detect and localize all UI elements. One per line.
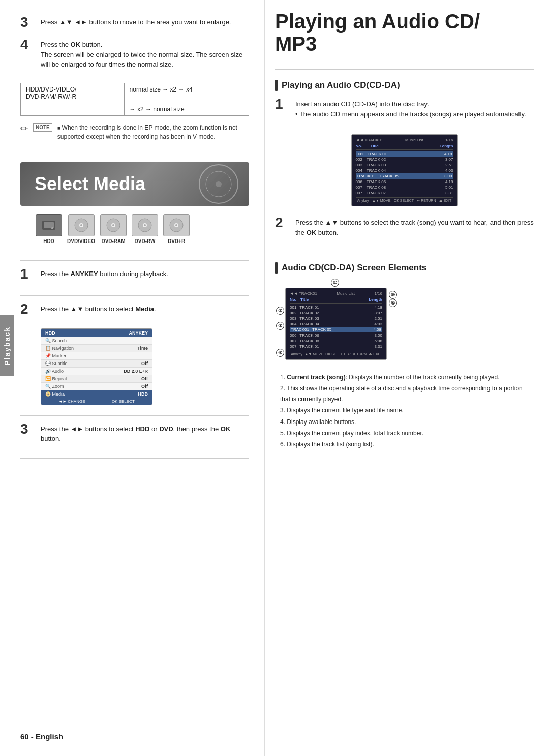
media-icons-row: HDD DVD/VIDEO	[36, 214, 249, 244]
select-media-title: Select Media	[35, 173, 145, 195]
screen-elements-list: 1. Current track (song): Displays the nu…	[280, 372, 534, 451]
step-4-text: Press the OK button. The screen will be …	[41, 38, 249, 70]
audio-screen-1-footer: Anykey ▲▼ MOVE OK SELECT ↩ RETURN ⏏ EXIT	[356, 197, 453, 203]
anykey-row-media: 📀 MediaHDD	[41, 390, 152, 398]
svg-point-17	[175, 224, 177, 226]
audio-screen-1-wrapper: ◄◄ TRACK01 Music List 1/16 No. Title Len…	[275, 130, 534, 210]
step-3-text: Press ▲▼ ◄► buttons to move to the area …	[41, 15, 249, 27]
list-item-5: 5. Displays the current play index, tota…	[280, 428, 534, 438]
page-number-row: 60 - English	[20, 722, 249, 741]
section-divider	[275, 252, 534, 252]
right-step-2-number: 2	[275, 216, 289, 230]
anykey-row-subtitle: 💬 SubtitleOff	[41, 360, 152, 368]
svg-point-2	[216, 181, 222, 187]
list-item-1: 1. Current track (song): Displays the nu…	[280, 372, 534, 382]
list-item-6: 6. Displays the track list (song list).	[280, 439, 534, 449]
svg-point-8	[80, 224, 82, 226]
divider-1	[20, 156, 249, 156]
audio-track-row-8: 007 TRACK 07 3:31	[356, 190, 453, 196]
page-number: 60 - English	[20, 732, 63, 741]
divider-4	[20, 415, 249, 416]
chapter-title: Playing an Audio CD/MP3	[275, 10, 534, 55]
annotation-3: ③	[276, 322, 284, 330]
anykey-row-navigation: 📋 NavigationTime	[41, 345, 152, 352]
annotation-2: ②	[276, 307, 284, 315]
anykey-row-search: 🔍 Search	[41, 337, 152, 345]
playback-sidebar: Playback	[0, 315, 14, 376]
step-2-media: 2 Press the ▲▼ buttons to select Media.	[20, 302, 249, 316]
step-3-number: 3	[20, 15, 35, 29]
anykey-screen-footer: ◄► CHANGE OK SELECT	[41, 398, 152, 405]
note-box: ✏ NOTE When the recording is done in EP …	[20, 123, 249, 141]
step-1-anykey: 1 Press the ANYKEY button during playbac…	[20, 267, 249, 281]
hdd-icon	[36, 214, 62, 236]
zoom-table-device: HDD/DVD-VIDEO/DVD-RAM/-RW/-R	[21, 83, 125, 103]
annotated-section: ① ⑤ ⑥ ② ③ ④ ◄◄ TRACK01 Music List 1/16	[275, 284, 534, 364]
divider-2	[20, 260, 249, 261]
anykey-screen-header: HDD ANYKEY	[41, 329, 152, 337]
dvdr-icon	[163, 214, 190, 236]
list-item-2: 2. This shows the operating state of a d…	[280, 383, 534, 404]
audio-track-row-4: 004 TRACK 04 4:03	[356, 168, 453, 173]
step-3b-number: 3	[20, 422, 35, 436]
media-icon-hdd: HDD	[36, 214, 62, 244]
anykey-row-audio: 🔊 AudioDD 2.0 L+R	[41, 368, 152, 375]
section2-header: Audio CD(CD-DA) Screen Elements	[275, 262, 534, 274]
annotated-screen-wrapper: ① ⑤ ⑥ ② ③ ④ ◄◄ TRACK01 Music List 1/16	[285, 284, 387, 364]
zoom-table-size1: normal size → x2 → x4	[124, 83, 249, 103]
annotation-5: ⑤	[389, 291, 397, 299]
media-icon-dvdvideo: DVD/VIDEO	[67, 214, 95, 244]
svg-point-5	[51, 227, 53, 229]
dvdvideo-icon	[68, 214, 95, 236]
dvdrw-icon	[132, 214, 158, 236]
section1-title: Playing an Audio CD(CD-DA)	[282, 80, 400, 90]
audio-track-row-6: 006 TRACK 06 4:18	[356, 179, 453, 185]
left-column: 3 Press ▲▼ ◄► buttons to move to the are…	[0, 0, 264, 756]
right-step-1-number: 1	[275, 97, 289, 111]
section1-header: Playing an Audio CD(CD-DA)	[275, 80, 534, 91]
media-icon-dvdr: DVD+R	[163, 214, 190, 244]
divider-5	[20, 458, 249, 459]
right-column: Playing an Audio CD/MP3 Playing an Audio…	[264, 0, 549, 756]
dvdr-label: DVD+R	[168, 238, 185, 244]
media-icon-dvdram: DVD-RAM	[100, 214, 127, 244]
list-item-4: 4. Display available buttons.	[280, 417, 534, 427]
right-step-1: 1 Insert an audio CD (CD-DA) into the di…	[275, 97, 534, 119]
step-1-text: Press the ANYKEY button during playback.	[41, 267, 249, 279]
audio-track-row-7: 007 TRACK 08 5:01	[356, 185, 453, 190]
anykey-header-anykey: ANYKEY	[129, 330, 148, 336]
page-container: 3 Press ▲▼ ◄► buttons to move to the are…	[0, 0, 549, 756]
step-3b-text: Press the ◄► buttons to select HDD or DV…	[41, 422, 249, 444]
step-3-select: 3 Press the ◄► buttons to select HDD or …	[20, 422, 249, 444]
section2-bar	[275, 262, 278, 274]
annotation-6: ⑥	[389, 299, 397, 307]
step-2-text: Press the ▲▼ buttons to select Media.	[41, 302, 249, 314]
audio-track-row-3: 003 TRACK 03 2:51	[356, 162, 453, 168]
playback-sidebar-label: Playback	[3, 326, 11, 366]
section1-bar	[275, 80, 278, 91]
audio-track-row-2: 002 TRACK 02 3:07	[356, 157, 453, 162]
zoom-table-device2	[21, 103, 125, 115]
divider-3	[20, 295, 249, 296]
dvdvideo-label: DVD/VIDEO	[67, 238, 95, 244]
list-item-3: 3. Displays the current file type and fi…	[280, 405, 534, 415]
step-4-ok: 4 Press the OK button. The screen will b…	[20, 38, 249, 70]
select-media-banner: Select Media	[20, 162, 249, 206]
banner-disc-icon	[198, 164, 239, 204]
note-label: NOTE	[33, 123, 52, 132]
media-icon-dvdrw: DVD-RW	[132, 214, 158, 244]
anykey-header-hdd: HDD	[45, 330, 55, 336]
right-step-1-text: Insert an audio CD (CD-DA) into the disc…	[295, 97, 534, 119]
dvdrw-label: DVD-RW	[135, 238, 156, 244]
note-pen-icon: ✏	[20, 124, 28, 134]
section2-title: Audio CD(CD-DA) Screen Elements	[282, 263, 426, 273]
step-2-number: 2	[20, 302, 35, 316]
audio-screen-1: ◄◄ TRACK01 Music List 1/16 No. Title Len…	[351, 134, 458, 206]
audio-track-row-5-active: TRACK01 TRACK 05 3:00	[356, 173, 453, 179]
audio-screen-2: ◄◄ TRACK01 Music List 1/16 No. Title Len…	[285, 288, 387, 360]
anykey-row-repeat: 🔁 RepeatOff	[41, 375, 152, 383]
note-text: When the recording is done in EP mode, t…	[57, 123, 249, 141]
zoom-table: HDD/DVD-VIDEO/DVD-RAM/-RW/-R normal size…	[20, 83, 249, 116]
right-step-2-text: Press the ▲▼ buttons to select the track…	[295, 216, 534, 237]
svg-point-14	[144, 224, 146, 226]
